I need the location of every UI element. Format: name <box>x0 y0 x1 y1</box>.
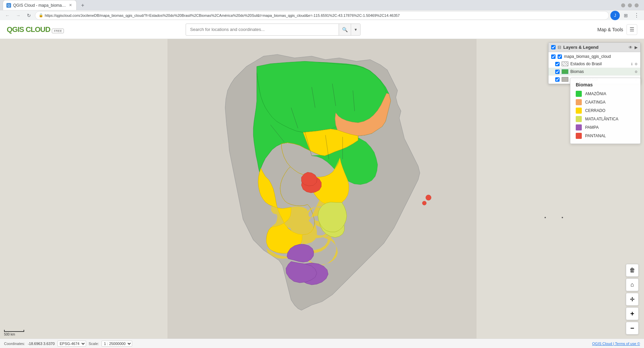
window-controls <box>621 3 639 7</box>
layer-2-checkbox[interactable] <box>555 77 560 82</box>
eye-icon[interactable]: 👁 <box>629 45 633 50</box>
layers-master-checkbox[interactable] <box>551 45 556 49</box>
lock-icon: 🔒 <box>39 13 43 17</box>
minimize-btn[interactable] <box>621 3 625 7</box>
nav-bar: ← → ↻ 🔒 https://qgiscloud.com/JocileneDB… <box>0 10 644 20</box>
layer-0-icon <box>562 62 568 66</box>
legend-color-1 <box>576 99 582 105</box>
layer-0-checkbox[interactable] <box>555 62 560 66</box>
app-container: QGIS CLOUD FREE 🔍 ▼ Map & Tools ☰ <box>0 20 644 348</box>
layer-0-info-icon[interactable]: ℹ <box>631 62 633 66</box>
status-bar: Coordinates: -18.6963 3.6370 EPSG-4674 S… <box>0 339 644 348</box>
svg-point-12 <box>562 217 563 218</box>
search-filter-button[interactable]: ▼ <box>351 24 360 36</box>
group-visibility[interactable] <box>558 54 562 59</box>
layers-collapse-icon[interactable]: ▶ <box>635 45 638 50</box>
menu-icon-btn[interactable]: ☰ <box>627 24 637 35</box>
more-btn[interactable]: ⋮ <box>632 11 641 20</box>
svg-point-1 <box>426 195 431 200</box>
layer-item-1: Biomas ⚙ <box>548 68 640 76</box>
epsg-select[interactable]: EPSG-4674 <box>58 341 86 347</box>
browser-chrome: Q QGIS Cloud - mapa_biomas_qgi... ✕ + ← … <box>0 0 644 20</box>
tab-close-icon[interactable]: ✕ <box>69 3 72 7</box>
legend-item-2: CERRADO <box>576 108 635 114</box>
new-tab-btn[interactable]: + <box>78 1 87 10</box>
scale-select[interactable]: 1 : 25000000 <box>102 341 132 347</box>
layer-0-settings-icon[interactable]: ⚙ <box>635 62 638 66</box>
layer-group-item: mapa_biomas_qgis_cloud <box>548 53 640 60</box>
legend-color-2 <box>576 108 582 114</box>
map-tools-label[interactable]: Map & Tools <box>597 27 623 32</box>
active-tab[interactable]: Q QGIS Cloud - mapa_biomas_qgi... ✕ <box>3 0 77 10</box>
profile-btn[interactable]: J <box>610 11 620 20</box>
trash-control-btn[interactable]: 🗑 <box>626 264 639 277</box>
layer-0-name: Estados do Brasil <box>570 62 629 66</box>
layer-1-settings-icon[interactable]: ⚙ <box>635 70 638 74</box>
legend-color-3 <box>576 116 582 122</box>
layer-item-0: Estados do Brasil ℹ ⚙ <box>548 60 640 68</box>
coords-label: Coordinates: <box>4 342 25 346</box>
legend-item-3: MATA ATLÂNTICA <box>576 116 635 122</box>
address-bar[interactable]: 🔒 https://qgiscloud.com/JocileneDB/mapa_… <box>35 11 609 20</box>
tab-title: QGIS Cloud - mapa_biomas_qgi... <box>13 3 67 8</box>
scale-bar-map: 500 km <box>4 330 24 336</box>
legend-item-0: AMAZÔNIA <box>576 91 635 97</box>
layer-1-checkbox[interactable] <box>555 70 560 74</box>
layer-1-icon <box>562 69 568 74</box>
map-svg <box>0 39 644 348</box>
home-control-btn[interactable]: ⌂ <box>626 278 639 291</box>
legend-color-5 <box>576 133 582 139</box>
zoom-out-control-btn[interactable]: − <box>626 322 639 335</box>
qgis-logo-text: QGIS CLOUD <box>7 25 50 34</box>
svg-point-2 <box>422 201 426 205</box>
compass-control-btn[interactable]: ✛ <box>626 293 639 306</box>
url-text: https://qgiscloud.com/JocileneDB/mapa_bi… <box>45 13 605 17</box>
zoom-in-control-btn[interactable]: + <box>626 307 639 320</box>
legend-item-1: CAATINGA <box>576 99 635 105</box>
map-tools-area: Map & Tools ☰ <box>597 24 637 35</box>
status-right-link[interactable]: QGIS Cloud | Terms of use © <box>592 342 640 346</box>
status-link-text: QGIS Cloud | Terms of use © <box>592 342 640 346</box>
legend-label-5: PANTANAL <box>585 133 606 138</box>
refresh-btn[interactable]: ↻ <box>24 11 34 20</box>
layers-icon: ⊟ <box>558 45 561 50</box>
logo-badge: FREE <box>52 29 64 33</box>
legend-label-0: AMAZÔNIA <box>585 91 606 96</box>
layers-panel-header: ⊟ Layers & Legend 👁 ▶ <box>548 43 640 52</box>
tab-favicon: Q <box>6 3 11 8</box>
map-area[interactable]: ⊟ Layers & Legend 👁 ▶ mapa_biomas_qgis_c… <box>0 39 644 348</box>
maximize-btn[interactable] <box>628 3 632 7</box>
forward-btn[interactable]: → <box>13 11 23 20</box>
search-container: 🔍 ▼ <box>186 24 361 36</box>
layer-1-name: Biomas <box>570 69 633 74</box>
map-controls: 🗑 ⌂ ✛ + − <box>626 264 639 335</box>
legend-color-0 <box>576 91 582 97</box>
legend-panel: Biomas AMAZÔNIA CAATINGA CERRADO MATA AT… <box>570 78 641 144</box>
svg-point-11 <box>544 217 546 218</box>
tab-bar: Q QGIS Cloud - mapa_biomas_qgi... ✕ + <box>0 0 644 10</box>
scale-bar-line <box>4 330 24 332</box>
legend-label-4: PAMPA <box>585 125 599 130</box>
group-name: mapa_biomas_qgis_cloud <box>564 54 611 59</box>
search-button[interactable]: 🔍 <box>339 24 351 36</box>
legend-color-4 <box>576 124 582 130</box>
extensions-btn[interactable]: ⊞ <box>621 11 631 20</box>
back-btn[interactable]: ← <box>3 11 12 20</box>
layer-2-icon <box>562 77 568 82</box>
close-btn[interactable] <box>635 3 639 7</box>
legend-label-3: MATA ATLÂNTICA <box>585 117 618 121</box>
legend-item-5: PANTANAL <box>576 133 635 139</box>
legend-label-2: CERRADO <box>585 108 605 113</box>
qgis-logo: QGIS CLOUD FREE <box>7 25 64 34</box>
scale-label2: Scale: <box>89 342 99 346</box>
legend-label-1: CAATINGA <box>585 100 605 105</box>
layers-title: Layers & Legend <box>563 45 627 50</box>
legend-title: Biomas <box>576 82 635 87</box>
legend-item-4: PAMPA <box>576 124 635 130</box>
coords-value: -18.6963 3.6370 <box>28 342 54 346</box>
qgis-topbar: QGIS CLOUD FREE 🔍 ▼ Map & Tools ☰ <box>0 20 644 39</box>
scale-bar-label: 500 km <box>4 333 15 336</box>
group-checkbox[interactable] <box>551 54 556 59</box>
search-input[interactable] <box>186 27 339 32</box>
